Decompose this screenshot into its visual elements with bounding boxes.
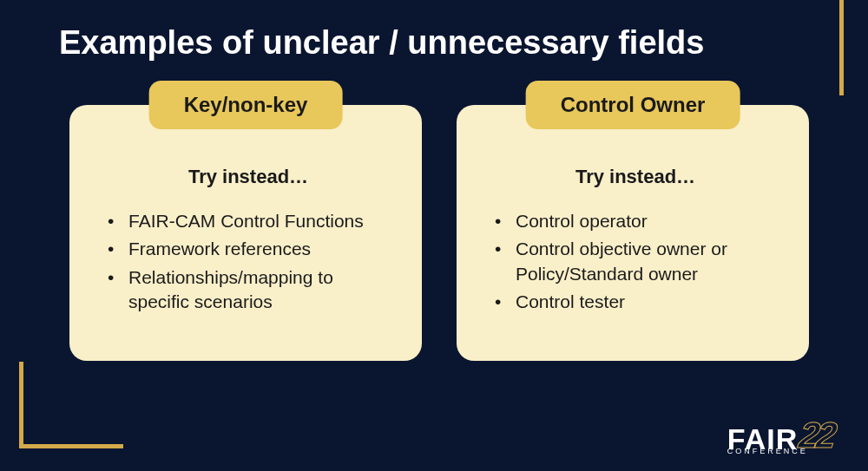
card-subtitle: Try instead… [488, 166, 783, 188]
card-control-owner: Control Owner Try instead… Control opera… [457, 105, 809, 361]
card-list: FAIR-CAM Control Functions Framework ref… [101, 209, 396, 314]
list-item: Framework references [108, 237, 396, 261]
card-list: Control operator Control objective owner… [488, 209, 783, 314]
logo: FAIR CONFERENCE 22 [727, 417, 833, 454]
card-header: Control Owner [526, 81, 740, 129]
card-key-nonkey: Key/non-key Try instead… FAIR-CAM Contro… [69, 105, 422, 361]
list-item: Relationships/mapping to specific scenar… [108, 265, 396, 315]
card-subtitle: Try instead… [101, 166, 396, 188]
card-header: Key/non-key [149, 81, 343, 129]
decorative-bracket-left [19, 362, 123, 448]
list-item: Control tester [495, 290, 783, 314]
slide-title: Examples of unclear / unnecessary fields [0, 0, 868, 62]
list-item: FAIR-CAM Control Functions [108, 209, 396, 233]
logo-year: 22 [797, 417, 836, 454]
list-item: Control objective owner or Policy/Standa… [495, 237, 783, 286]
cards-container: Key/non-key Try instead… FAIR-CAM Contro… [0, 62, 868, 361]
decorative-bar-right [839, 0, 844, 95]
list-item: Control operator [495, 209, 783, 233]
logo-conference-text: CONFERENCE [727, 447, 798, 455]
